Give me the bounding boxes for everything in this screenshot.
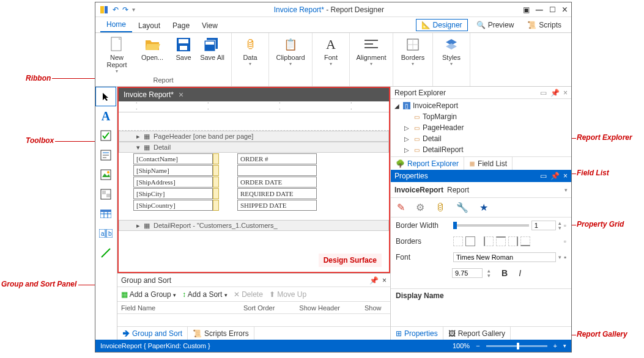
- field-cell[interactable]: [ShipCountry]: [133, 200, 213, 211]
- border-left-icon[interactable]: [484, 236, 494, 246]
- border-right-icon[interactable]: [508, 236, 518, 246]
- field-row[interactable]: [ShipName]: [133, 165, 389, 176]
- window-icon[interactable]: ▭: [540, 89, 547, 97]
- category-data-icon[interactable]: 🛢: [435, 202, 445, 213]
- maximize-icon[interactable]: ☐: [549, 5, 556, 14]
- minimize-icon[interactable]: —: [536, 5, 543, 14]
- field-cell[interactable]: SHIPPED DATE: [237, 200, 317, 211]
- border-width-slider[interactable]: [453, 224, 529, 227]
- close-icon[interactable]: ×: [563, 172, 568, 180]
- field-row[interactable]: [ContactName]ORDER #: [133, 153, 389, 164]
- tool-table[interactable]: [95, 204, 116, 224]
- add-group-button[interactable]: ▦ Add a Group ▾: [121, 290, 176, 299]
- ribbon-toggle-icon[interactable]: ▣: [523, 5, 530, 14]
- field-cell[interactable]: [237, 165, 317, 176]
- alignment-button[interactable]: Alignment ▾: [355, 35, 388, 68]
- field-cell[interactable]: [ShipName]: [133, 165, 213, 176]
- tool-pointer[interactable]: [95, 87, 116, 106]
- spinner-down-icon[interactable]: ▾: [487, 273, 490, 278]
- design-surface[interactable]: · · · ·1 · · · ·2 · · · ·3 · · · ·4 ▸▦Pa…: [119, 101, 389, 272]
- redo-icon[interactable]: ↷: [122, 5, 128, 14]
- border-top-icon[interactable]: [496, 236, 506, 246]
- chevron-down-icon[interactable]: ▾: [558, 254, 561, 260]
- tree-item[interactable]: ▷▭DetailReport: [393, 144, 569, 155]
- close-icon[interactable]: ×: [563, 89, 568, 97]
- zoom-dropdown-icon[interactable]: ▾: [563, 343, 566, 349]
- font-name-input[interactable]: [453, 252, 556, 262]
- reset-marker-icon[interactable]: ▫: [564, 237, 566, 246]
- tool-character-comb[interactable]: ab: [95, 224, 116, 243]
- tree-item[interactable]: ▷▭PageHeader: [393, 122, 569, 133]
- tab-groupsort[interactable]: 🡺Group and Sort: [117, 327, 188, 340]
- tab-report-gallery[interactable]: 🖼Report Gallery: [443, 327, 511, 340]
- save-button[interactable]: Save: [171, 35, 196, 62]
- tab-properties[interactable]: ⊞Properties: [391, 327, 443, 340]
- tab-page[interactable]: Page: [166, 19, 196, 32]
- close-icon[interactable]: ×: [382, 276, 387, 285]
- pin-icon[interactable]: 📌: [550, 172, 560, 180]
- category-appearance-icon[interactable]: ✎: [397, 202, 405, 213]
- clipboard-button[interactable]: 📋 Clipboard ▾: [274, 35, 307, 68]
- band-detailreport[interactable]: ▸▦DetailReport - "Customers_1.Customers_: [119, 220, 389, 231]
- category-layout-icon[interactable]: 🔧: [456, 202, 468, 213]
- category-favorite-icon[interactable]: ★: [479, 202, 488, 213]
- border-bottom-icon[interactable]: [520, 236, 530, 246]
- moveup-button[interactable]: ⬆ Move Up: [269, 290, 306, 299]
- tab-home[interactable]: Home: [100, 18, 132, 32]
- open-button[interactable]: Open...: [136, 35, 169, 62]
- field-row[interactable]: [ShipCity]REQUIRED DATE: [133, 188, 389, 199]
- tab-layout[interactable]: Layout: [132, 19, 166, 32]
- tree-item[interactable]: ▷▭Detail: [393, 133, 569, 144]
- zoom-in-icon[interactable]: +: [553, 342, 557, 349]
- pin-icon[interactable]: 📌: [369, 276, 379, 285]
- zoom-out-icon[interactable]: −: [476, 342, 479, 349]
- italic-button[interactable]: I: [519, 268, 521, 278]
- styles-button[interactable]: Styles ▾: [438, 35, 465, 68]
- tab-field-list[interactable]: ≣Field List: [464, 157, 513, 170]
- mode-designer[interactable]: 📐Designer: [416, 19, 468, 31]
- zoom-slider[interactable]: [486, 345, 547, 347]
- tree-root[interactable]: ◢▯InvoiceReport: [393, 100, 569, 111]
- window-icon[interactable]: ▭: [540, 172, 547, 180]
- category-behavior-icon[interactable]: ⚙: [416, 202, 424, 213]
- field-cell[interactable]: ORDER #: [237, 153, 317, 164]
- tool-richtext[interactable]: [95, 145, 116, 165]
- border-none-icon[interactable]: [453, 236, 463, 246]
- undo-icon[interactable]: ↶: [113, 5, 119, 14]
- field-row[interactable]: [ShipCountry]SHIPPED DATE: [133, 200, 389, 211]
- bold-button[interactable]: B: [502, 268, 508, 278]
- tool-panel[interactable]: [95, 184, 116, 204]
- delete-button[interactable]: ✕ Delete: [234, 290, 263, 299]
- font-size-input[interactable]: [452, 268, 483, 278]
- tool-checkbox[interactable]: [95, 126, 116, 145]
- mode-scripts[interactable]: 📜Scripts: [522, 20, 566, 31]
- tab-scripts-errors[interactable]: 📜Scripts Errors: [188, 327, 254, 340]
- tab-report-explorer[interactable]: 🌳Report Explorer: [391, 157, 464, 170]
- field-cell[interactable]: REQUIRED DATE: [237, 188, 317, 199]
- data-button[interactable]: 🛢 Data ▾: [237, 35, 264, 68]
- field-cell[interactable]: [ContactName]: [133, 153, 213, 164]
- save-all-button[interactable]: Save All: [198, 35, 226, 62]
- reset-marker-icon[interactable]: ▫: [564, 221, 566, 230]
- tool-label[interactable]: A: [95, 106, 116, 126]
- mode-preview[interactable]: 🔍Preview: [472, 20, 519, 31]
- tree-item[interactable]: ▭TopMargin: [393, 111, 569, 122]
- field-cell[interactable]: [ShipAddress]: [133, 177, 213, 188]
- close-icon[interactable]: ×: [562, 4, 568, 15]
- band-detail[interactable]: ▾▦Detail: [119, 142, 389, 153]
- borders-button[interactable]: Borders ▾: [398, 35, 427, 68]
- band-pageheader[interactable]: ▸▦PageHeader [one band per page]: [119, 131, 389, 142]
- tool-line[interactable]: [95, 243, 116, 263]
- tab-view[interactable]: View: [196, 19, 224, 32]
- pin-icon[interactable]: 📌: [550, 89, 560, 97]
- border-all-icon[interactable]: [465, 236, 475, 246]
- border-width-input[interactable]: [531, 221, 556, 230]
- field-row[interactable]: [ShipAddress]ORDER DATE: [133, 177, 389, 188]
- font-button[interactable]: A Font ▾: [317, 35, 344, 68]
- properties-object-selector[interactable]: InvoiceReport Report ▾: [391, 182, 571, 198]
- tool-picture[interactable]: [95, 165, 116, 184]
- field-cell[interactable]: ORDER DATE: [237, 177, 317, 188]
- new-report-button[interactable]: New Report ▾: [100, 35, 133, 75]
- reset-marker-icon[interactable]: ▪: [564, 253, 566, 261]
- spinner-down-icon[interactable]: ▾: [558, 225, 561, 230]
